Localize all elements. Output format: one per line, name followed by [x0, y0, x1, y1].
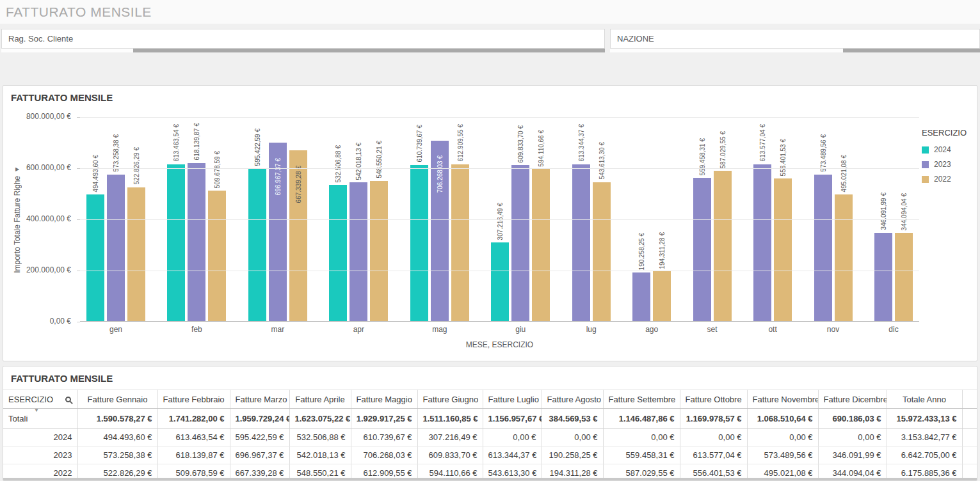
x-axis-label-nov[interactable]: nov — [814, 325, 853, 334]
column-header-fatture-novembre[interactable]: Fatture Novembre — [747, 390, 818, 409]
bar-value-label: 494.493,60 € — [92, 155, 100, 192]
bar-feb-2024[interactable] — [167, 164, 185, 321]
bar-giu-2022[interactable] — [532, 169, 550, 321]
legend-item-2022[interactable]: 2022 — [922, 175, 974, 184]
gridline — [80, 271, 919, 271]
bar-gen-2022[interactable] — [127, 187, 145, 321]
value-cell: 559.458,31 € — [603, 446, 680, 464]
x-axis-label-giu[interactable]: giu — [491, 325, 550, 334]
y-tick-label: 0,00 € — [50, 317, 71, 326]
bar-apr-2023[interactable] — [349, 182, 367, 321]
filter-nazione-scrollbar[interactable] — [610, 49, 980, 52]
y-tick-label: 200.000,00 € — [26, 265, 71, 274]
bar-apr-2024[interactable] — [329, 185, 347, 321]
column-header-esercizio[interactable]: ESERCIZIO — [3, 390, 77, 409]
x-axis-label-feb[interactable]: feb — [167, 325, 226, 334]
filter-rag-soc-cliente[interactable]: Rag. Soc. Cliente — [1, 29, 605, 52]
bar-value-label: 346.091,99 € — [879, 193, 887, 230]
column-header-fatture-marzo[interactable]: Fatture Marzo — [230, 390, 289, 409]
value-cell: 1.169.978,57 € — [680, 409, 747, 429]
bar-value-label: 594.110,66 € — [537, 130, 545, 167]
filter-nazione-box[interactable]: NAZIONE — [610, 29, 980, 49]
bar-set-2023[interactable] — [693, 178, 711, 321]
bar-giu-2023[interactable] — [511, 165, 529, 321]
bar-ott-2022[interactable] — [774, 178, 792, 321]
bar-giu-2024[interactable] — [491, 242, 509, 321]
bar-apr-2022[interactable] — [370, 181, 388, 321]
value-cell: 0,00 € — [483, 429, 542, 446]
x-axis-label-ott[interactable]: ott — [753, 325, 792, 334]
sort-descending-icon[interactable]: ▼ — [34, 409, 39, 414]
bar-mag-2024[interactable] — [410, 165, 428, 321]
bar-gen-2024[interactable] — [86, 194, 104, 321]
y-tick-mark — [77, 219, 80, 220]
bar-gen-2023[interactable] — [107, 175, 125, 321]
x-axis-label-dic[interactable]: dic — [874, 325, 913, 334]
column-header-fatture-giugno[interactable]: Fatture Giugno — [417, 390, 483, 409]
x-axis-label-mag[interactable]: mag — [410, 325, 469, 334]
value-cell: 595.422,59 € — [230, 429, 289, 446]
bar-nov-2023[interactable] — [814, 175, 832, 321]
bar-feb-2022[interactable] — [208, 191, 226, 321]
bar-lug-2022[interactable] — [593, 182, 611, 321]
column-header-fatture-luglio[interactable]: Fatture Luglio — [483, 390, 542, 409]
x-axis-label-apr[interactable]: apr — [329, 325, 388, 334]
value-cell: 3.153.842,77 € — [887, 429, 962, 446]
legend-item-2023[interactable]: 2023 — [922, 160, 974, 169]
bar-value-label: 573.489,56 € — [819, 134, 827, 171]
bar-value-label: 618.139,87 € — [193, 123, 201, 160]
column-header-fatture-agosto[interactable]: Fatture Agosto — [542, 390, 603, 409]
x-axis-label-lug[interactable]: lug — [572, 325, 611, 334]
bar-mar-2024[interactable] — [248, 169, 266, 321]
column-header-fatture-dicembre[interactable]: Fatture Dicembre — [818, 390, 887, 409]
filter-rag-soc-cliente-scrollbar[interactable] — [1, 49, 605, 52]
bar-ott-2023[interactable] — [753, 164, 771, 321]
bar-value-label: 696.967,37 € — [273, 158, 282, 195]
x-axis-label-mar[interactable]: mar — [248, 325, 307, 334]
bar-dic-2023[interactable] — [874, 233, 892, 321]
bar-value-label: 509.678,59 € — [213, 151, 221, 188]
search-icon[interactable] — [65, 397, 71, 402]
y-axis-ticks: 800.000,00 €600.000,00 €400.000,00 €200.… — [3, 117, 75, 322]
x-axis-label-ago[interactable]: ago — [632, 325, 671, 334]
filter-rag-soc-cliente-box[interactable]: Rag. Soc. Cliente — [1, 29, 605, 49]
bar-mag-2022[interactable] — [451, 164, 469, 321]
value-cell: 1.623.075,22 € — [289, 409, 351, 429]
column-header-totale-anno[interactable]: Totale Anno — [887, 390, 962, 409]
esercizio-cell[interactable]: 2024 — [3, 429, 77, 446]
column-header-fatture-gennaio[interactable]: Fatture Gennaio — [77, 390, 157, 409]
gridline — [80, 168, 919, 169]
scrollbar-thumb[interactable] — [133, 49, 605, 52]
value-cell: 0,00 € — [680, 429, 747, 446]
x-axis-label-gen[interactable]: gen — [86, 325, 145, 334]
filter-nazione[interactable]: NAZIONE — [610, 29, 980, 52]
x-axis-label-set[interactable]: set — [693, 325, 732, 334]
bar-dic-2022[interactable] — [895, 233, 913, 321]
value-cell: 0,00 € — [818, 429, 887, 446]
value-cell: 1.741.282,00 € — [157, 409, 230, 429]
column-header-fatture-maggio[interactable]: Fatture Maggio — [351, 390, 417, 409]
column-header-fatture-febbraio[interactable]: Fatture Febbraio — [157, 390, 230, 409]
column-header-fatture-ottobre[interactable]: Fatture Ottobre — [680, 390, 747, 409]
esercizio-cell[interactable]: 2023 — [3, 446, 77, 464]
column-header-fatture-settembre[interactable]: Fatture Settembre — [603, 390, 680, 409]
value-cell: 190.258,25 € — [542, 446, 603, 464]
bar-value-label: 559.458,31 € — [698, 138, 706, 175]
bar-ago-2022[interactable] — [653, 271, 671, 321]
scrollbar-thumb[interactable] — [843, 49, 980, 52]
value-cell: 609.833,70 € — [417, 446, 483, 464]
column-header-fatture-aprile[interactable]: Fatture Aprile — [289, 390, 351, 409]
legend-item-2024[interactable]: 2024 — [922, 145, 974, 154]
bar-lug-2023[interactable] — [572, 164, 590, 321]
bar-ago-2023[interactable] — [632, 272, 650, 321]
bar-nov-2022[interactable] — [835, 194, 853, 321]
bar-feb-2023[interactable] — [188, 163, 205, 321]
value-cell: 696.967,37 € — [230, 446, 289, 464]
value-cell: 573.489,56 € — [747, 446, 818, 464]
bar-value-label: 609.833,70 € — [517, 125, 525, 162]
y-tick-label: 800.000,00 € — [26, 112, 71, 121]
bar-value-label: 613.577,04 € — [759, 124, 767, 161]
value-cell: 0,00 € — [603, 429, 680, 446]
bar-set-2022[interactable] — [714, 171, 732, 321]
table-horizontal-scrollbar[interactable] — [3, 478, 977, 480]
